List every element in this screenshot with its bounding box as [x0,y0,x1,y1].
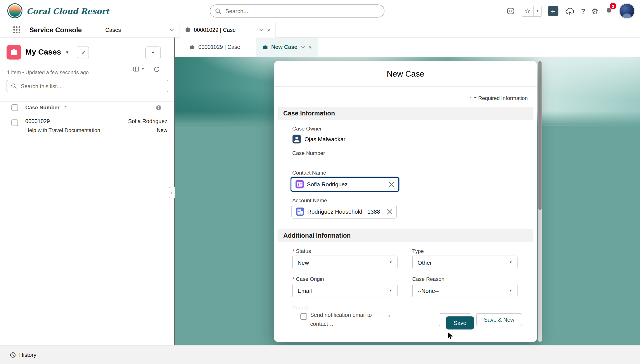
save-button[interactable]: Save [446,316,474,330]
navigation-bar: Service Console Cases 00001029 | Case × [0,22,640,38]
favorites-menu-button[interactable]: ▼ [534,6,541,16]
column-info-button[interactable] [156,105,162,111]
info-icon [156,105,162,111]
help-button[interactable]: ? [581,8,585,14]
case-number-link[interactable]: 00001029 [25,118,50,124]
app-launcher-button[interactable] [13,26,21,34]
brand-name: Coral Cloud Resort [27,6,109,15]
global-actions-button[interactable]: + [548,6,558,16]
list-search-input[interactable] [20,82,164,90]
chevron-left-icon: ‹ [171,190,173,195]
case-reason-select[interactable]: --None-- ▼ [412,284,517,298]
case-origin-select[interactable]: Email ▼ [292,284,398,298]
list-view-panel: My Cases ▾ ▼ 1 item • Updated a few seco… [0,38,175,345]
record-canvas: New Case *= Required Information Case In… [175,57,640,345]
clock-icon [10,352,16,358]
remove-account-icon[interactable] [387,209,392,214]
triangle-down-icon: ▼ [389,289,392,292]
display-as-button[interactable]: ▼ [133,66,144,72]
chevron-down-icon [169,28,174,31]
favorites-button[interactable]: ☆ [521,6,534,16]
global-search[interactable] [210,4,385,18]
notify-contact-label: Send notification email to contact… [310,311,380,328]
table-row[interactable]: 00001029 Help with Travel Documentation … [0,114,174,138]
favorites-group: ☆ ▼ [521,6,541,16]
subtab-new-case[interactable]: New Case × [256,38,318,57]
scrollbar-thumb[interactable] [538,61,542,210]
agentforce-assistant-button[interactable] [505,6,515,16]
briefcase-icon [189,44,195,50]
triangle-down-icon: ▼ [509,261,512,264]
search-icon [215,8,221,14]
list-summary: 1 item • Updated a few seconds ago [7,70,89,76]
page-scrollbar[interactable] [538,60,542,342]
global-header: Coral Cloud Resort ☆ ▼ + ? ⚙ 2 [0,0,640,22]
required-info-note: *= Required Information [470,95,528,101]
column-header-case-number[interactable]: Case Number [25,104,60,110]
user-avatar[interactable] [620,4,634,18]
triangle-down-icon: ▼ [509,289,512,292]
subtab-bar: 00001029 | Case New Case × [175,38,640,57]
global-search-input[interactable] [224,8,379,15]
case-owner-label: Case Owner [292,126,322,132]
required-asterisk: * [292,248,294,254]
subtab-case-record[interactable]: 00001029 | Case [183,38,247,57]
case-reason-value: --None-- [418,287,509,294]
save-and-new-button[interactable]: Save & New [476,313,522,326]
subtab-label: New Case [271,44,297,50]
notifications-button[interactable]: 2 [604,6,613,16]
row-checkbox[interactable] [11,119,18,126]
setup-button[interactable]: ⚙ [591,7,598,15]
sort-ascending-icon: ↑ [65,104,67,110]
list-view-controls-button[interactable]: ▼ [145,46,161,59]
tab-menu-chevron-icon[interactable] [259,28,264,31]
status-select[interactable]: New ▼ [292,256,398,269]
list-view-title[interactable]: My Cases [25,48,61,57]
briefcase-icon [262,44,268,50]
workspace-tab-case[interactable]: 00001029 | Case × [180,22,276,38]
triangle-down-icon: ▼ [141,68,145,71]
contact-name-value: Sofia Rodriguez [307,181,386,188]
briefcase-icon [185,27,190,32]
list-view-header: My Cases ▾ [7,45,89,60]
search-icon [11,83,17,89]
app-name: Service Console [30,25,82,34]
plus-icon: + [551,7,555,15]
case-object-icon [7,45,21,60]
chevron-down-icon: ▼ [536,10,539,13]
remove-contact-icon[interactable] [389,182,394,187]
subtab-menu-chevron-icon[interactable] [300,46,305,48]
utility-history-button[interactable]: History [6,349,41,362]
case-owner-value[interactable]: Ojas Malwadkar [292,135,346,144]
contact-name-lookup[interactable]: Sofia Rodriguez [290,177,399,192]
case-origin-label: *Case Origin [292,276,324,282]
subtab-label: 00001029 | Case [198,44,240,50]
brand-logo-icon [8,3,23,18]
nav-divider [99,25,99,34]
type-value: Other [418,259,509,266]
contact-icon [295,180,304,188]
case-contact-name: Sofia Rodriguez [128,118,168,124]
pin-list-button[interactable] [77,46,89,58]
subtab-close-icon[interactable]: × [308,44,312,50]
robot-face-icon [505,6,515,16]
notify-contact-checkbox[interactable] [300,313,307,320]
tab-close-icon[interactable]: × [267,26,271,33]
select-all-checkbox[interactable] [11,104,18,111]
utility-bar: History [0,345,640,364]
waffle-icon [13,26,21,34]
list-view-selector-caret-icon[interactable]: ▾ [66,50,68,54]
modal-footer: Send notification email to contact… ▼ Ca… [274,303,537,342]
modal-title: New Case [274,70,537,79]
list-search[interactable] [7,80,168,92]
section-additional-information: Additional Information [278,229,534,242]
refresh-list-button[interactable] [154,66,160,73]
triangle-down-icon: ▼ [389,261,392,264]
account-name-lookup[interactable]: Rodriguez Household - 1388 [291,205,397,219]
type-select[interactable]: Other ▼ [412,256,517,269]
case-subject: Help with Travel Documentation [25,127,100,133]
upload-status-button[interactable] [564,6,575,16]
collapse-panel-button[interactable]: ‹ [169,187,175,198]
pin-icon [80,49,86,55]
nav-item-cases[interactable]: Cases [105,22,174,38]
